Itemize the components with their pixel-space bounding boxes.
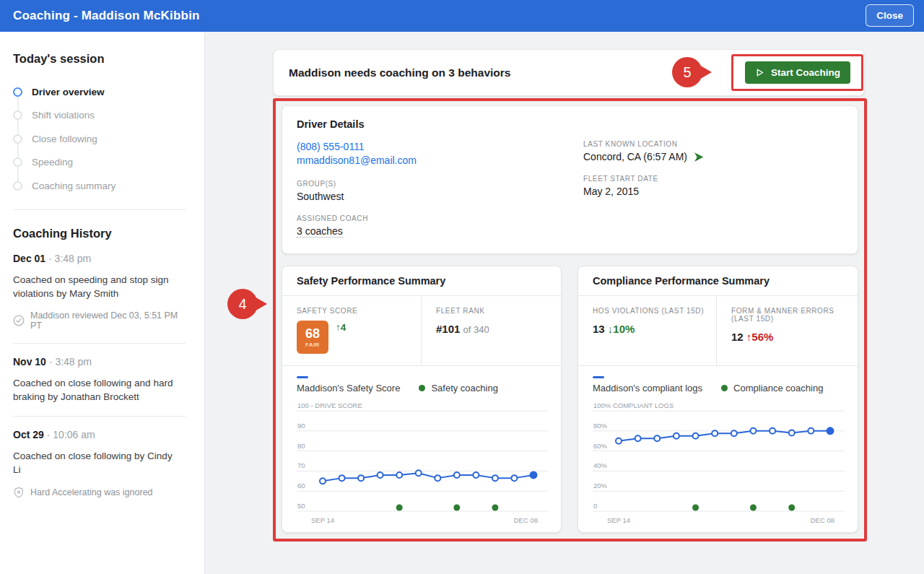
- series-legend-label: Maddison's compliant logs: [593, 383, 702, 393]
- page-title: Coaching - Maddison McKibbin: [13, 9, 200, 23]
- svg-text:80: 80: [297, 442, 305, 450]
- history-text: Coached on speeding and stop sign violat…: [13, 273, 180, 300]
- svg-text:60%: 60%: [593, 442, 608, 450]
- main-content: Maddison needs coaching on 3 behaviors S…: [205, 32, 924, 574]
- history-reviewed-note: Maddison reviewed Dec 03, 5:51 PM PT: [13, 310, 190, 331]
- safety-score-delta: ↑4: [336, 322, 346, 333]
- event-series-swatch: [419, 385, 425, 391]
- svg-text:40%: 40%: [593, 461, 608, 469]
- form-manner-errors-delta: ↑56%: [746, 331, 774, 343]
- svg-text:DEC 08: DEC 08: [811, 516, 834, 524]
- svg-text:50: 50: [297, 502, 305, 510]
- start-coaching-button[interactable]: Start Coaching: [745, 61, 850, 84]
- chart-legend: Maddison's Safety Score Safety coaching: [297, 376, 546, 393]
- fleet-rank-value: #101: [436, 323, 460, 335]
- history-entry: Nov 10 · 3:48 pm Coached on close follow…: [13, 344, 190, 417]
- step-coaching-summary[interactable]: Coaching summary: [13, 174, 190, 198]
- svg-text:70: 70: [297, 461, 305, 469]
- modal-header-bar: Coaching - Maddison McKibbin Close: [0, 0, 924, 32]
- divider: [13, 209, 186, 210]
- line-series-swatch: [593, 376, 604, 378]
- navigation-arrow-icon: [693, 152, 705, 162]
- history-text: Coached on close following by Cindy Li: [13, 449, 180, 477]
- events-legend-label: Compliance coaching: [733, 383, 823, 393]
- svg-text:80%: 80%: [593, 422, 608, 430]
- session-sidebar: Today's session Driver overview Shift vi…: [0, 32, 205, 574]
- safety-summary-card: Safety Performance Summary SAFETY SCORE …: [282, 266, 562, 533]
- line-series-swatch: [297, 376, 308, 378]
- hos-violations-label: HOS VIOLATIONS (LAST 15D): [593, 307, 706, 315]
- annotation-pin-4: 4: [227, 289, 258, 319]
- history-time: 10:06 am: [53, 429, 95, 440]
- step-shift-violations[interactable]: Shift violations: [13, 104, 190, 128]
- driver-details-card: Driver Details (808) 555-0111 mmaddison8…: [282, 105, 858, 254]
- step-circle-icon: [13, 87, 22, 97]
- safety-score-label: SAFETY SCORE: [297, 307, 411, 315]
- history-time: 3:48 pm: [55, 356, 92, 368]
- form-manner-errors-label: FORM & MANNER ERRORS (LAST 15D): [731, 307, 847, 323]
- svg-text:100 - DRIVE SCORE: 100 - DRIVE SCORE: [297, 401, 362, 409]
- fleet-start-value: May 2, 2015: [583, 186, 843, 197]
- compliance-summary-card: Compliance Performance Summary HOS VIOLA…: [578, 266, 858, 533]
- fleet-rank-label: FLEET RANK: [436, 307, 489, 315]
- series-legend-label: Maddison's Safety Score: [297, 383, 400, 393]
- safety-score-chart: 100 - DRIVE SCORE9080706050SEP 14DEC 08: [297, 401, 548, 534]
- session-title: Today's session: [13, 52, 190, 66]
- history-entry: Dec 01 · 3:48 pm Coached on speeding and…: [13, 240, 190, 344]
- step-circle-icon: [13, 157, 22, 167]
- play-icon: [755, 68, 764, 77]
- hos-violations-value: 13: [593, 323, 605, 335]
- safety-score-badge: 68 FAIR: [297, 321, 328, 354]
- history-date: Dec 01: [13, 253, 45, 264]
- svg-text:20%: 20%: [593, 482, 608, 490]
- step-circle-icon: [13, 110, 22, 120]
- banner-title: Maddison needs coaching on 3 behaviors: [289, 66, 510, 79]
- session-stepper: Driver overview Shift violations Close f…: [13, 80, 190, 198]
- history-text: Coached on close following and hard brak…: [13, 376, 180, 404]
- svg-text:DEC 08: DEC 08: [514, 516, 538, 524]
- groups-value: Southwest: [297, 191, 583, 202]
- location-label: LAST KNOWN LOCATION: [583, 140, 843, 148]
- assigned-coach-label: ASSIGNED COACH: [297, 214, 583, 222]
- assigned-coach-value[interactable]: 3 coaches: [297, 225, 343, 238]
- svg-text:SEP 14: SEP 14: [607, 516, 630, 524]
- chart-legend: Maddison's compliant logs Compliance coa…: [593, 376, 843, 393]
- driver-email-link[interactable]: mmaddison81@email.com: [297, 154, 583, 168]
- shield-x-icon: [13, 487, 25, 498]
- hos-violations-delta: ↓10%: [608, 323, 635, 335]
- step-circle-icon: [13, 181, 22, 191]
- svg-text:SEP 14: SEP 14: [311, 516, 334, 524]
- compliance-summary-title: Compliance Performance Summary: [593, 275, 770, 287]
- safety-summary-title: Safety Performance Summary: [297, 275, 445, 287]
- step-circle-icon: [13, 134, 22, 144]
- step-driver-overview[interactable]: Driver overview: [13, 80, 190, 104]
- driver-phone-link[interactable]: (808) 555-0111: [297, 140, 583, 154]
- check-circle-icon: [13, 315, 25, 326]
- history-entry: Oct 29 · 10:06 am Coached on close follo…: [13, 417, 190, 498]
- compliant-logs-chart: 100% COMPLIANT LOGS80%60%40%20%0SEP 14DE…: [593, 401, 845, 534]
- coaching-history-title: Coaching History: [13, 227, 190, 240]
- location-value: Concord, CA (6:57 AM): [583, 151, 687, 162]
- form-manner-errors-value: 12: [731, 331, 744, 343]
- history-ignored-note: Hard Accelerating was ignored: [13, 487, 190, 498]
- history-date: Nov 10: [13, 356, 46, 368]
- groups-label: GROUP(S): [297, 180, 583, 188]
- history-date: Oct 29: [13, 429, 44, 440]
- svg-text:60: 60: [297, 482, 305, 490]
- svg-text:90: 90: [297, 422, 305, 430]
- step-close-following[interactable]: Close following: [13, 127, 190, 151]
- fleet-rank-total: of 340: [463, 324, 489, 335]
- svg-text:100% COMPLIANT LOGS: 100% COMPLIANT LOGS: [593, 401, 674, 409]
- step-speeding[interactable]: Speeding: [13, 151, 190, 175]
- svg-text:0: 0: [593, 502, 597, 510]
- event-series-swatch: [721, 385, 728, 391]
- fleet-start-label: FLEET START DATE: [583, 175, 843, 183]
- close-button[interactable]: Close: [866, 4, 914, 27]
- history-time: 3:48 pm: [55, 253, 92, 264]
- driver-details-title: Driver Details: [297, 118, 843, 130]
- events-legend-label: Safety coaching: [431, 383, 498, 393]
